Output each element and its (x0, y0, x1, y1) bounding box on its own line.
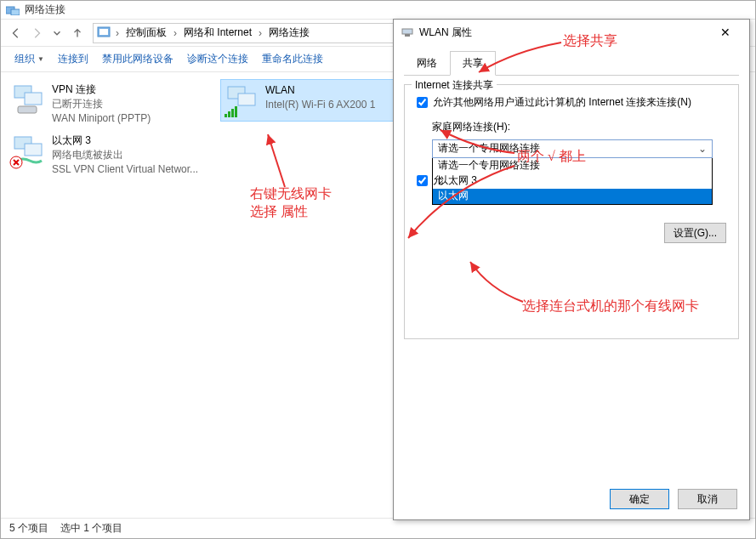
svg-rect-6 (18, 106, 37, 113)
tab-network[interactable]: 网络 (404, 51, 450, 76)
recent-dropdown[interactable] (47, 23, 67, 43)
vpn-connection-icon (11, 82, 45, 116)
tabs: 网络 共享 (404, 50, 739, 76)
allow-sharing-row: 允许其他网络用户通过此计算机的 Internet 连接来连接(N) (417, 95, 730, 110)
wlan-properties-dialog: WLAN 属性 ✕ 网络 共享 Internet 连接共享 允许其他网络用户通过… (393, 19, 750, 520)
network-adapter-icon (401, 26, 414, 39)
ethernet-connection-icon (11, 133, 45, 167)
connection-ethernet3[interactable]: 以太网 3 网络电缆被拔出 SSL VPN Client Virtual Net… (8, 130, 212, 179)
option-ethernet3[interactable]: 以太网 3 (433, 173, 712, 189)
chevron-right-icon: › (173, 27, 177, 39)
svg-rect-8 (25, 144, 42, 156)
connection-vpn[interactable]: VPN 连接 已断开连接 WAN Miniport (PPTP) (8, 79, 212, 128)
svg-rect-1 (11, 9, 20, 15)
network-folder-icon (6, 5, 20, 15)
allow-sharing-label: 允许其他网络用户通过此计算机的 Internet 连接来连接(N) (433, 95, 691, 110)
control-panel-icon (97, 26, 111, 40)
connection-device: SSL VPN Client Virtual Networ... (52, 162, 198, 177)
allow-control-checkbox[interactable] (417, 175, 428, 186)
option-placeholder[interactable]: 请选一个专用网络连接 (433, 158, 712, 173)
svg-rect-5 (25, 93, 42, 105)
disable-device-button[interactable]: 禁用此网络设备 (97, 48, 179, 70)
home-network-select[interactable]: 请选一个专用网络连接 ⌄ (432, 139, 713, 158)
connection-name: WLAN (265, 83, 375, 98)
back-button[interactable] (6, 23, 26, 43)
chevron-right-icon: › (259, 27, 262, 39)
connection-status: 已断开连接 (52, 97, 151, 111)
connect-to-button[interactable]: 连接到 (53, 48, 94, 70)
home-network-select-wrap: 请选一个专用网络连接 ⌄ 请选一个专用网络连接 以太网 3 以太网 (432, 139, 713, 205)
select-value: 请选一个专用网络连接 (438, 141, 540, 156)
close-button[interactable]: ✕ (708, 20, 742, 44)
home-network-label: 家庭网络连接(H): (432, 120, 730, 134)
status-bar: 5 个项目 选中 1 个项目 (1, 518, 755, 538)
breadcrumb-network-connections[interactable]: 网络连接 (265, 24, 313, 42)
select-dropdown: 请选一个专用网络连接 以太网 3 以太网 (432, 158, 713, 205)
svg-rect-17 (405, 34, 410, 37)
connection-status: 网络电缆被拔出 (52, 148, 198, 162)
cancel-button[interactable]: 取消 (678, 489, 737, 509)
window-title: 网络连接 (25, 3, 65, 17)
svg-rect-11 (238, 94, 255, 105)
connection-name: 以太网 3 (52, 133, 198, 148)
svg-rect-13 (228, 111, 230, 117)
breadcrumb-network-internet[interactable]: 网络和 Internet (180, 24, 255, 42)
svg-rect-16 (402, 29, 412, 34)
connection-device: WAN Miniport (PPTP) (52, 111, 151, 126)
internet-sharing-group: Internet 连接共享 允许其他网络用户通过此计算机的 Internet 连… (404, 84, 739, 339)
breadcrumb-control-panel[interactable]: 控制面板 (122, 24, 170, 42)
dialog-buttons: 确定 取消 (610, 489, 737, 509)
chevron-right-icon: › (116, 27, 119, 39)
allow-sharing-checkbox[interactable] (417, 97, 428, 108)
forward-button[interactable] (26, 23, 47, 43)
allow-control-label: 允 (433, 173, 443, 188)
svg-rect-15 (235, 106, 237, 117)
chevron-down-icon: ⌄ (698, 143, 707, 155)
svg-rect-14 (231, 109, 234, 117)
rename-button[interactable]: 重命名此连接 (257, 48, 328, 70)
dialog-title: WLAN 属性 (419, 26, 708, 40)
up-button[interactable] (67, 23, 88, 43)
option-ethernet[interactable]: 以太网 (433, 189, 712, 204)
wlan-connection-icon (225, 83, 259, 117)
group-title: Internet 连接共享 (412, 78, 497, 93)
dialog-titlebar: WLAN 属性 ✕ (394, 20, 749, 45)
selected-count: 选中 1 个项目 (60, 521, 122, 536)
ok-button[interactable]: 确定 (610, 489, 669, 509)
tab-sharing[interactable]: 共享 (450, 51, 496, 76)
item-count: 5 个项目 (9, 521, 48, 536)
svg-rect-12 (225, 114, 227, 117)
organize-menu[interactable]: 组织▼ (9, 48, 49, 70)
connection-name: VPN 连接 (52, 82, 151, 97)
connection-device: Intel(R) Wi-Fi 6 AX200 1 (265, 98, 375, 112)
settings-button[interactable]: 设置(G)... (664, 223, 726, 243)
svg-rect-3 (99, 29, 108, 35)
breadcrumb: › 控制面板 › 网络和 Internet › 网络连接 (114, 24, 313, 42)
titlebar: 网络连接 (1, 1, 755, 20)
diagnose-button[interactable]: 诊断这个连接 (182, 48, 253, 70)
allow-control-row: 允 (417, 173, 443, 188)
